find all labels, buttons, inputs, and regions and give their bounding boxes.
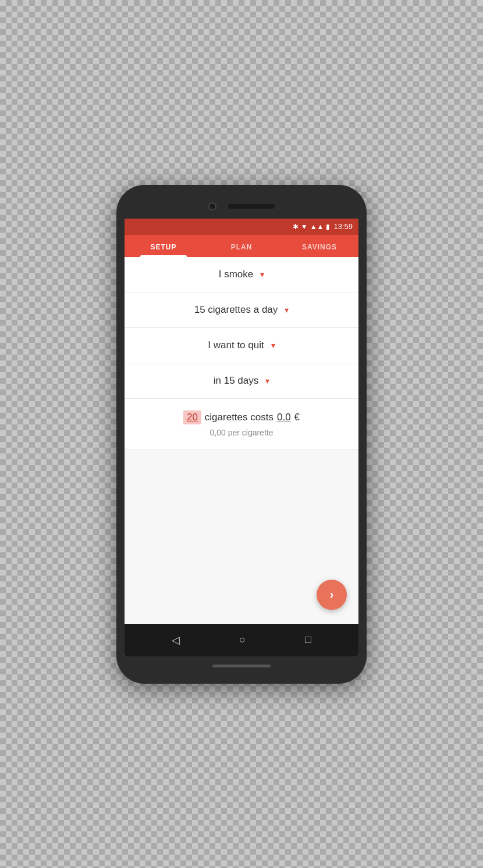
dropdown-cig-arrow: ▾	[285, 305, 289, 315]
dropdown-cig-label: 15 cigarettes a day	[194, 304, 278, 316]
cost-row: 20 cigarettes costs 0.0 €	[138, 410, 345, 424]
tab-bar: SETUP PLAN SAVINGS	[125, 235, 358, 257]
cost-mid-text: cigarettes costs	[205, 412, 274, 423]
bluetooth-icon: ✱	[293, 223, 299, 231]
next-arrow-icon: ›	[330, 588, 334, 601]
cost-currency: €	[294, 412, 300, 423]
status-icons: ✱ ▼ ▲▲ ▮	[293, 223, 331, 231]
status-bar: ✱ ▼ ▲▲ ▮ 13:59	[125, 219, 358, 235]
front-camera	[208, 202, 216, 210]
cost-quantity[interactable]: 20	[183, 410, 201, 424]
back-button[interactable]: ◁	[172, 634, 180, 646]
dropdown-days-label: in 15 days	[214, 375, 259, 387]
phone-top-bar	[125, 197, 358, 219]
dropdown-smoke-type[interactable]: I smoke ▾	[125, 257, 358, 292]
dropdown-cigarettes-per-day[interactable]: 15 cigarettes a day ▾	[125, 292, 358, 328]
bottom-nav-bar: ◁ ○ □	[125, 624, 358, 656]
dropdown-days-arrow: ▾	[265, 376, 269, 385]
battery-icon: ▮	[326, 223, 330, 231]
tab-savings[interactable]: SAVINGS	[280, 235, 358, 257]
dropdown-smoke-label: I smoke	[219, 269, 254, 280]
tab-plan[interactable]: PLAN	[203, 235, 280, 257]
dropdown-want-to-quit[interactable]: I want to quit ▾	[125, 328, 358, 363]
phone-screen: ✱ ▼ ▲▲ ▮ 13:59 SETUP PLAN SAVINGS	[125, 219, 358, 656]
home-button[interactable]: ○	[239, 634, 246, 646]
phone-device: ✱ ▼ ▲▲ ▮ 13:59 SETUP PLAN SAVINGS	[116, 185, 367, 684]
phone-bottom-bar	[125, 656, 358, 672]
dropdown-smoke-arrow: ▾	[260, 270, 264, 279]
status-time: 13:59	[333, 222, 353, 231]
earpiece-speaker	[228, 204, 275, 209]
main-content: I smoke ▾ 15 cigarettes a day ▾ I want t…	[125, 257, 358, 624]
dropdown-quit-label: I want to quit	[208, 340, 264, 351]
recent-apps-button[interactable]: □	[305, 634, 311, 646]
next-fab-button[interactable]: ›	[317, 580, 347, 610]
per-cigarette-text: 0,00 per cigarette	[138, 428, 345, 437]
cost-value[interactable]: 0.0	[277, 412, 291, 423]
tab-setup[interactable]: SETUP	[125, 235, 203, 257]
signal-icon: ▲▲	[310, 223, 324, 231]
wifi-icon: ▼	[301, 223, 308, 231]
cost-section: 20 cigarettes costs 0.0 € 0,00 per cigar…	[125, 399, 358, 449]
dropdown-quit-arrow: ▾	[271, 341, 275, 350]
home-indicator	[212, 665, 271, 667]
dropdown-quit-days[interactable]: in 15 days ▾	[125, 363, 358, 399]
